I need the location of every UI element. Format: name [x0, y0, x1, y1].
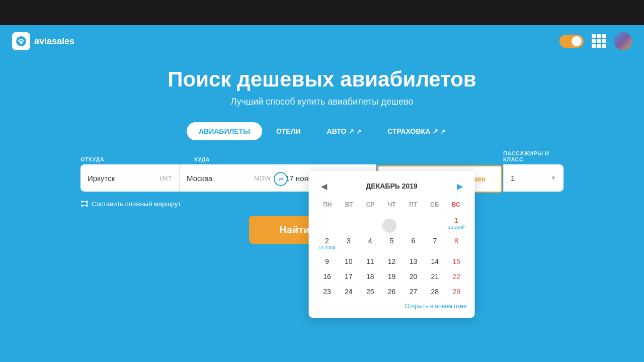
calendar-day-16[interactable]: 16 — [317, 269, 338, 284]
calendar-day-27[interactable]: 27 — [403, 285, 424, 299]
calendar-day-empty — [403, 213, 424, 233]
calendar-day-1[interactable]: 110 200₽ — [446, 213, 467, 233]
logo[interactable]: aviasales — [12, 32, 74, 50]
calendar-day-25[interactable]: 25 — [360, 285, 380, 299]
from-field[interactable]: Иркутск ИКТ — [80, 164, 179, 192]
weekday-sun: ВС — [445, 199, 467, 210]
tab-hotels[interactable]: ОТЕЛИ — [264, 122, 313, 140]
swap-icon: ⇌ — [278, 175, 284, 183]
tab-insurance[interactable]: СТРАХОВКА ↗ — [375, 122, 457, 140]
calendar-month-label: ДЕКАБРЬ 2019 — [366, 182, 417, 190]
weekday-mon: ПН — [317, 199, 339, 210]
calendar-day-19[interactable]: 19 — [381, 269, 402, 284]
open-new-window-label: Открыть в новом окне — [405, 303, 466, 310]
weekday-thu: ЧТ — [381, 199, 403, 210]
weekday-wed: СР — [360, 199, 381, 210]
calendar-header: ◀ ДЕКАБРЬ 2019 ▶ — [317, 179, 467, 193]
calendar-day-empty — [360, 213, 380, 233]
from-code-text: ИКТ — [159, 174, 172, 182]
hero-subtitle: Лучший способ купить авиабилеты дешево — [0, 97, 644, 107]
header-right — [559, 32, 632, 50]
top-bar — [0, 0, 644, 25]
svg-point-1 — [20, 41, 23, 44]
weekday-sat: СБ — [424, 199, 445, 210]
calendar-day-empty — [338, 213, 359, 233]
field-labels: ОТКУДА КУДА ПАССАЖИРЫ И КЛАСС — [80, 150, 564, 164]
calendar-day-20[interactable]: 20 — [403, 269, 424, 284]
calendar-day-22[interactable]: 22 — [446, 269, 467, 284]
calendar-dropdown: ◀ ДЕКАБРЬ 2019 ▶ ПН ВТ СР ЧТ ПТ СБ ВС — [309, 171, 475, 318]
calendar-weekdays: ПН ВТ СР ЧТ ПТ СБ ВС — [317, 199, 467, 210]
calendar-days: 110 200₽ 210 700₽ 3 4 5 6 7 8 9 10 11 12… — [317, 213, 467, 299]
calendar-day-empty — [317, 213, 338, 233]
calendar-day-6[interactable]: 6 — [403, 234, 424, 253]
calendar-day-9[interactable]: 9 — [317, 254, 338, 268]
calendar-day-10[interactable]: 10 — [338, 254, 359, 268]
swap-cities-button[interactable]: ⇌ — [274, 172, 288, 186]
calendar-day-12[interactable]: 12 — [381, 254, 402, 268]
header: aviasales — [0, 25, 644, 57]
hero-title: Поиск дешевых авиабилетов — [0, 67, 644, 92]
calendar-day-5[interactable]: 5 — [381, 234, 402, 253]
calendar-day-17[interactable]: 17 — [338, 269, 359, 284]
label-to: КУДА — [194, 156, 293, 162]
calendar-day-11[interactable]: 11 — [360, 254, 380, 268]
calendar-day-21[interactable]: 21 — [425, 269, 445, 284]
grid-dots-icon — [592, 34, 606, 48]
passengers-field[interactable]: 1 ▼ — [503, 164, 564, 192]
calendar-prev-button[interactable]: ◀ — [317, 179, 331, 193]
route-icon — [80, 200, 89, 208]
tab-auto[interactable]: АВТО ↗ — [315, 122, 374, 140]
svg-point-2 — [614, 32, 632, 50]
calendar-day-2[interactable]: 210 700₽ — [317, 234, 338, 253]
label-from: ОТКУДА — [80, 156, 179, 162]
calendar-day-4[interactable]: 4 — [360, 234, 380, 253]
calendar-day-15[interactable]: 15 — [446, 254, 467, 268]
tab-flights[interactable]: АВИАБИЛЕТЫ — [187, 122, 262, 140]
calendar-day-28[interactable]: 28 — [425, 285, 445, 299]
tabs-container: АВИАБИЛЕТЫ ОТЕЛИ АВТО ↗ СТРАХОВКА ↗ — [0, 122, 644, 140]
theme-toggle[interactable] — [559, 35, 584, 48]
to-field[interactable]: Москва MOW — [179, 164, 278, 192]
calendar-day-29[interactable]: 29 — [446, 285, 467, 299]
calendar-day-8[interactable]: 8 — [446, 234, 467, 253]
calendar-day-24[interactable]: 24 — [338, 285, 359, 299]
calendar-day-13[interactable]: 13 — [403, 254, 424, 268]
weekday-tue: ВТ — [338, 199, 360, 210]
calendar-grid: ПН ВТ СР ЧТ ПТ СБ ВС 110 200₽ 210 700₽ 3 — [317, 199, 467, 299]
to-code-text: MOW — [254, 174, 271, 182]
main-background: aviasales — [0, 25, 644, 362]
open-new-window-link[interactable]: Открыть в новом окне — [317, 303, 467, 310]
label-passengers: ПАССАЖИРЫ И КЛАСС — [503, 150, 564, 162]
calendar-day-7[interactable]: 7 — [425, 234, 445, 253]
complex-route-label: Составить сложный маршрут — [92, 200, 181, 208]
calendar-day-18[interactable]: 18 — [360, 269, 380, 284]
logo-icon — [12, 32, 30, 50]
calendar-day-23[interactable]: 23 — [317, 285, 338, 299]
user-avatar[interactable] — [614, 32, 632, 50]
calendar-next-button[interactable]: ▶ — [453, 179, 467, 193]
apps-button[interactable] — [590, 32, 608, 50]
calendar-day-26[interactable]: 26 — [381, 285, 402, 299]
passengers-text: 1 — [511, 174, 550, 183]
calendar-day-3[interactable]: 3 — [338, 234, 359, 253]
weekday-fri: ПТ — [403, 199, 424, 210]
logo-text: aviasales — [34, 36, 74, 47]
calendar-day-empty — [381, 213, 402, 233]
from-city-text: Иркутск — [88, 174, 157, 183]
passengers-dropdown-icon: ▼ — [550, 174, 556, 182]
hero-section: Поиск дешевых авиабилетов Лучший способ … — [0, 57, 644, 122]
to-city-text: Москва — [187, 174, 252, 183]
calendar-day-14[interactable]: 14 — [425, 254, 445, 268]
calendar-day-empty — [425, 213, 445, 233]
